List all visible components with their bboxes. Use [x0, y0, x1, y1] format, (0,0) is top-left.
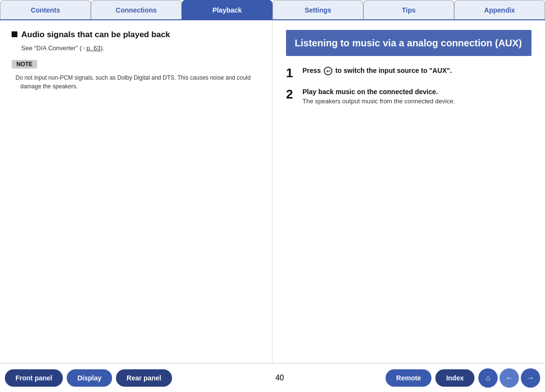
note-label: NOTE — [12, 59, 260, 73]
step-1: 1 Press ↩ to switch the input source to … — [286, 67, 531, 79]
remote-button[interactable]: Remote — [386, 369, 431, 387]
section-heading: Audio signals that can be played back — [21, 30, 170, 40]
bottom-left: Front panel Display Rear panel — [5, 369, 174, 387]
step-1-main: Press ↩ to switch the input source to "A… — [302, 67, 531, 75]
ref-icon: ☞ — [82, 45, 86, 52]
step-2-main: Play back music on the connected device. — [302, 88, 531, 96]
bottom-center: 40 — [174, 374, 386, 382]
section-bullet-icon — [12, 31, 17, 37]
top-nav: ContentsConnectionsPlaybackSettingsTipsA… — [0, 0, 545, 20]
note-bullet: Do not input non-PCM signals, such as Do… — [14, 73, 260, 91]
tab-connections[interactable]: Connections — [91, 0, 182, 19]
page-number: 40 — [275, 374, 284, 382]
bottom-right: Remote Index ⌂ ← → — [386, 368, 540, 388]
display-button[interactable]: Display — [67, 369, 112, 387]
home-icon: ⌂ — [486, 374, 490, 382]
right-panel: Listening to music via a analog connecti… — [272, 20, 545, 363]
step-1-body: Press ↩ to switch the input source to "A… — [302, 67, 531, 77]
back-button[interactable]: ← — [500, 368, 519, 388]
home-button[interactable]: ⌂ — [478, 368, 498, 388]
sub-text-before: See “D/A Converter” ( — [21, 44, 82, 52]
step-2-body: Play back music on the connected device.… — [302, 88, 531, 105]
index-button[interactable]: Index — [435, 369, 474, 387]
sub-text: See “D/A Converter” (☞p. 63). — [21, 44, 260, 52]
step-2-sub: The speakers output music from the conne… — [302, 98, 531, 105]
back-icon: ← — [505, 374, 513, 382]
main-content: Audio signals that can be played back Se… — [0, 20, 545, 363]
front-panel-button[interactable]: Front panel — [5, 369, 63, 387]
note-badge: NOTE — [12, 60, 37, 69]
sub-text-link[interactable]: p. 63 — [86, 44, 100, 52]
bottom-nav: Front panel Display Rear panel 40 Remote… — [0, 363, 545, 392]
tab-tips[interactable]: Tips — [363, 0, 454, 19]
section-title-row: Audio signals that can be played back — [12, 30, 260, 40]
right-header: Listening to music via a analog connecti… — [286, 30, 531, 56]
tab-playback[interactable]: Playback — [182, 0, 272, 19]
step-2-number: 2 — [286, 88, 296, 100]
left-panel: Audio signals that can be played back Se… — [0, 20, 272, 363]
forward-icon: → — [527, 374, 534, 382]
input-source-icon: ↩ — [324, 67, 332, 75]
step-1-number: 1 — [286, 67, 296, 79]
forward-button[interactable]: → — [521, 368, 540, 388]
sub-text-after: ). — [100, 44, 104, 52]
step-2: 2 Play back music on the connected devic… — [286, 88, 531, 105]
tab-settings[interactable]: Settings — [272, 0, 363, 19]
rear-panel-button[interactable]: Rear panel — [116, 369, 172, 387]
tab-appendix[interactable]: Appendix — [454, 0, 545, 19]
note-content: Do not input non-PCM signals, such as Do… — [14, 73, 260, 91]
tab-contents[interactable]: Contents — [0, 0, 91, 19]
